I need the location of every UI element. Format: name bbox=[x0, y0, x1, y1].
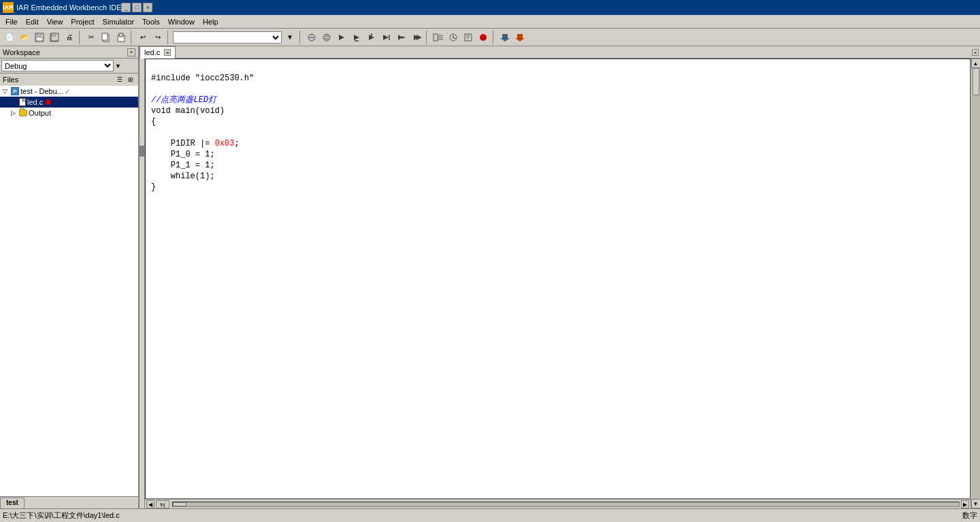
dropdown-arrow-button[interactable]: ▼ bbox=[283, 31, 297, 44]
status-mode: 数字 bbox=[962, 510, 977, 521]
svg-rect-33 bbox=[465, 34, 472, 41]
svg-marker-16 bbox=[354, 35, 359, 40]
code-content: #include "iocc2530.h" //点亮两盏LED灯 void ma… bbox=[146, 59, 970, 331]
svg-point-12 bbox=[323, 34, 330, 41]
tree-row-led-c[interactable]: led.c bbox=[0, 97, 138, 108]
v-scroll-thumb[interactable] bbox=[973, 68, 979, 95]
save-button[interactable] bbox=[33, 31, 46, 44]
editor-inner: #include "iocc2530.h" //点亮两盏LED灯 void ma… bbox=[140, 59, 980, 508]
toggle-bp-button[interactable] bbox=[305, 31, 318, 44]
led-c-label: led.c bbox=[27, 98, 43, 106]
editor-tab-label: led.c bbox=[144, 48, 160, 56]
code-line-1: #include "iocc2530.h" bbox=[151, 74, 254, 83]
files-bookmark-button[interactable]: ☰ bbox=[115, 75, 125, 84]
locals-button[interactable] bbox=[461, 31, 475, 44]
editor-tabs: led.c × × bbox=[140, 46, 980, 59]
redo-button[interactable]: ↪ bbox=[151, 31, 165, 44]
toolbar-sep3 bbox=[167, 31, 170, 44]
main-layout: Workspace × Debug ▼ Files ☰ ⊞ ▽ P test -… bbox=[0, 46, 980, 508]
print-button[interactable]: 🖨 bbox=[63, 31, 76, 44]
vertical-scrollbar: ▲ ▼ bbox=[970, 59, 980, 508]
new-file-button[interactable]: 📄 bbox=[3, 31, 16, 44]
menu-simulator[interactable]: Simulator bbox=[99, 16, 138, 27]
menu-window[interactable]: Window bbox=[164, 16, 199, 27]
scroll-left-button[interactable]: ◀ bbox=[146, 500, 154, 508]
minimize-button[interactable]: _ bbox=[121, 3, 131, 12]
files-label: Files bbox=[3, 76, 18, 84]
menu-view[interactable]: View bbox=[43, 16, 67, 27]
download-button[interactable] bbox=[498, 31, 512, 44]
app-title: IAR Embedded Workbench IDE bbox=[16, 3, 121, 12]
debug-dropdown-arrow: ▼ bbox=[115, 63, 121, 69]
menu-tools[interactable]: Tools bbox=[138, 16, 164, 27]
toggle-bp2-button[interactable] bbox=[320, 31, 333, 44]
debug-config-select[interactable]: Debug bbox=[1, 60, 114, 71]
disasm-button[interactable] bbox=[431, 31, 445, 44]
files-add-button[interactable]: ⊞ bbox=[126, 75, 135, 84]
paste-button[interactable] bbox=[114, 31, 128, 44]
next-stmt-button[interactable] bbox=[380, 31, 393, 44]
cut-button[interactable]: ✂ bbox=[84, 31, 98, 44]
editor-tab-led-c[interactable]: led.c × bbox=[140, 46, 176, 59]
workspace-panel: Workspace × Debug ▼ Files ☰ ⊞ ▽ P test -… bbox=[0, 46, 140, 508]
svg-rect-7 bbox=[102, 33, 108, 40]
save-all-button[interactable] bbox=[48, 31, 61, 44]
code-line-8: P1_0 = 1; bbox=[151, 150, 215, 159]
expand-icon: ▽ bbox=[3, 88, 11, 95]
open-button[interactable]: 📂 bbox=[18, 31, 31, 44]
svg-marker-15 bbox=[339, 35, 344, 40]
code-line-9: P1_1 = 1; bbox=[151, 161, 215, 170]
scroll-up-button[interactable]: ▲ bbox=[971, 59, 981, 68]
config-dropdown[interactable] bbox=[173, 31, 282, 44]
editor-tab-close-button[interactable]: × bbox=[164, 49, 171, 56]
file-icon bbox=[19, 98, 26, 106]
scroll-left-page-button[interactable]: fo| bbox=[156, 500, 169, 508]
workspace-tab-test[interactable]: test bbox=[0, 497, 24, 508]
scroll-right-button[interactable]: ▶ bbox=[961, 500, 969, 508]
editor-gutter bbox=[140, 59, 145, 508]
step-out-button[interactable] bbox=[365, 31, 378, 44]
h-scroll-track[interactable] bbox=[172, 502, 960, 507]
menu-project[interactable]: Project bbox=[67, 16, 98, 27]
editor-area: led.c × × #include "iocc2530.h" //点亮两盏LE… bbox=[140, 46, 980, 508]
status-filepath: E:\大三下\实训\工程文件\day1\led.c bbox=[3, 510, 120, 521]
close-button[interactable]: × bbox=[143, 3, 152, 12]
workspace-close-button[interactable]: × bbox=[127, 48, 135, 56]
output-label: Output bbox=[29, 109, 51, 117]
code-line-10: while(1); bbox=[151, 172, 215, 181]
titlebar: IAR IAR Embedded Workbench IDE _ □ × bbox=[0, 0, 980, 15]
run-to-cursor-button[interactable] bbox=[395, 31, 408, 44]
files-header: Files ☰ ⊞ bbox=[0, 74, 138, 86]
h-scroll-thumb[interactable] bbox=[173, 502, 186, 506]
menu-file[interactable]: File bbox=[1, 16, 22, 27]
code-editor[interactable]: #include "iocc2530.h" //点亮两盏LED灯 void ma… bbox=[145, 59, 970, 499]
svg-line-32 bbox=[453, 37, 455, 39]
scroll-down-button[interactable]: ▼ bbox=[971, 499, 981, 508]
project-icon: P bbox=[11, 87, 19, 95]
stop-button[interactable] bbox=[476, 31, 490, 44]
tree-row-output[interactable]: ▷ Output bbox=[0, 108, 138, 118]
undo-button[interactable]: ↩ bbox=[136, 31, 150, 44]
v-scroll-track[interactable] bbox=[972, 68, 980, 499]
statusbar: E:\大三下\实训\工程文件\day1\led.c 数字 bbox=[0, 508, 980, 522]
menu-help[interactable]: Help bbox=[199, 16, 223, 27]
svg-rect-2 bbox=[36, 37, 43, 41]
watch-button[interactable] bbox=[446, 31, 460, 44]
run-button[interactable] bbox=[410, 31, 423, 44]
download-debug-button[interactable] bbox=[513, 31, 527, 44]
editor-float-close-button[interactable]: × bbox=[972, 49, 979, 56]
code-line-5: { bbox=[151, 117, 156, 127]
menu-edit[interactable]: Edit bbox=[22, 16, 43, 27]
svg-marker-25 bbox=[416, 35, 421, 40]
code-line-7: P1DIR |= 0x03; bbox=[151, 139, 240, 148]
svg-point-36 bbox=[480, 34, 487, 41]
check-mark-icon: ✓ bbox=[65, 88, 70, 95]
file-tree: ▽ P test - Debu... ✓ led.c ▷ Output bbox=[0, 86, 138, 496]
step-over-button[interactable] bbox=[335, 31, 348, 44]
svg-marker-23 bbox=[402, 36, 406, 39]
maximize-button[interactable]: □ bbox=[132, 3, 142, 12]
step-into-button[interactable] bbox=[350, 31, 363, 44]
line-indicator bbox=[140, 146, 145, 157]
tree-row-project[interactable]: ▽ P test - Debu... ✓ bbox=[0, 86, 138, 97]
copy-button[interactable] bbox=[99, 31, 113, 44]
